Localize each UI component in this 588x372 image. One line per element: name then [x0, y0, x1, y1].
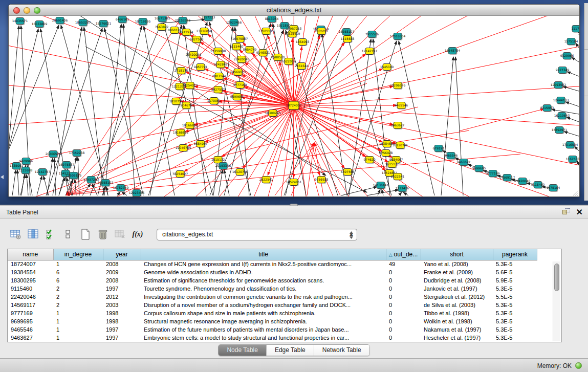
table-cell[interactable]: 0 — [386, 268, 421, 276]
table-cell[interactable]: 1997 — [103, 325, 141, 334]
table-cell[interactable]: 9115460 — [8, 285, 53, 293]
table-cell[interactable]: 1998 — [103, 309, 141, 317]
select-all-columns-button[interactable] — [27, 228, 40, 241]
delete-entries-button[interactable] — [96, 228, 110, 241]
close-window-icon[interactable] — [13, 7, 20, 14]
table-cell[interactable]: 2009 — [103, 268, 141, 276]
table-cell[interactable]: 2008 — [103, 260, 141, 268]
table-cell[interactable]: 1997 — [103, 334, 141, 342]
table-cell[interactable]: 1 — [53, 317, 103, 325]
table-cell[interactable]: 5.3E-5 — [493, 317, 537, 325]
table-cell[interactable]: Estimation of significance thresholds fo… — [141, 276, 386, 285]
zoom-window-icon[interactable] — [34, 7, 40, 14]
table-cell[interactable]: 1997 — [103, 285, 141, 293]
table-cell[interactable]: 9777169 — [8, 309, 53, 317]
table-cell[interactable]: 1998 — [103, 317, 141, 325]
graph-node[interactable]: 11170 — [571, 26, 579, 33]
table-cell[interactable]: 5.9E-5 — [493, 276, 537, 285]
table-cell[interactable]: Corpus callosum shape and size in male p… — [141, 309, 386, 317]
table-cell[interactable]: 0 — [386, 334, 421, 342]
table-cell[interactable]: 6 — [53, 276, 103, 285]
table-cell[interactable]: 2 — [53, 293, 103, 301]
tab-network-table[interactable]: Network Table — [314, 345, 369, 356]
table-scrollbar[interactable] — [553, 261, 560, 341]
delete-table-button[interactable] — [114, 228, 127, 241]
table-cell[interactable]: 5.5E-5 — [493, 293, 537, 301]
table-cell[interactable]: 9465546 — [8, 325, 53, 334]
column-visibility-button[interactable] — [44, 228, 57, 241]
table-cell[interactable]: Genome-wide association studies in ADHD. — [141, 268, 386, 276]
table-cell[interactable]: Nakamura et al. (1997) — [421, 325, 493, 334]
function-builder-button[interactable]: f(x) — [131, 228, 144, 241]
memory-ok-led[interactable] — [575, 362, 582, 369]
table-cell[interactable]: 5.3E-5 — [493, 260, 537, 268]
table-cell[interactable]: de Silva et al. (2003) — [421, 301, 493, 309]
table-row[interactable]: 946362711997Embryonic stem cells: a mode… — [8, 334, 537, 342]
table-cell[interactable]: 0 — [386, 293, 421, 301]
column-header-short[interactable]: short — [421, 249, 493, 260]
column-header-name[interactable]: name — [8, 249, 53, 260]
column-header-pagerank[interactable]: pagerank — [493, 249, 537, 260]
panel-collapse-arrow[interactable] — [1, 175, 4, 179]
table-cell[interactable]: 1 — [53, 260, 103, 268]
table-cell[interactable]: 49 — [386, 260, 421, 268]
table-row[interactable]: 911546021997Tourette syndrome. Phenomeno… — [8, 285, 537, 293]
network-window[interactable]: citations_edges.txt 14035571160338092069… — [8, 4, 580, 197]
table-cell[interactable]: Structural magnetic resonance image aver… — [141, 317, 386, 325]
table-cell[interactable]: 6 — [53, 268, 103, 276]
scrollbar-thumb[interactable] — [554, 264, 559, 291]
table-cell[interactable]: Yano et al. (2008) — [421, 260, 493, 268]
table-cell[interactable]: Dudbridge et al. (2008) — [421, 276, 493, 285]
table-cell[interactable]: Tibbo et al. (1998) — [421, 309, 493, 317]
table-cell[interactable]: 5.3E-5 — [493, 285, 537, 293]
tab-node-table[interactable]: Node Table — [219, 345, 267, 356]
table-cell[interactable]: 9463627 — [8, 334, 53, 342]
table-cell[interactable]: 14569117 — [8, 301, 53, 309]
close-panel-icon[interactable]: ✕ — [576, 208, 583, 216]
table-cell[interactable]: 2 — [53, 285, 103, 293]
table-cell[interactable]: 5.3E-5 — [493, 334, 537, 342]
table-cell[interactable]: Disruption of a novel member of a sodium… — [141, 301, 386, 309]
resize-grip-icon[interactable] — [572, 189, 579, 196]
table-cell[interactable]: Embryonic stem cells: a model to study s… — [141, 334, 386, 342]
network-canvas[interactable]: 1403557116033809206914061065328715276021… — [9, 16, 579, 196]
table-cell[interactable]: 5.3E-5 — [493, 301, 537, 309]
column-header-out_de[interactable]: △out_de... — [386, 249, 421, 260]
table-cell[interactable]: 1 — [53, 334, 103, 342]
column-header-title[interactable]: title — [141, 249, 386, 260]
table-cell[interactable]: 0 — [386, 317, 421, 325]
table-row[interactable]: 977716911998Corpus callosum shape and si… — [8, 309, 537, 317]
table-cell[interactable]: Wolkin et al. (1998) — [421, 317, 493, 325]
table-row[interactable]: 1456911722003Disruption of a novel membe… — [8, 301, 537, 309]
table-cell[interactable]: 1 — [53, 325, 103, 334]
row-format-button[interactable] — [61, 228, 75, 241]
table-cell[interactable]: Changes of HCN gene expression and I(f) … — [141, 260, 386, 268]
table-cell[interactable]: 9699695 — [8, 317, 53, 325]
network-window-titlebar[interactable]: citations_edges.txt — [9, 5, 579, 16]
table-cell[interactable]: Tourette syndrome. Phenomenology and cla… — [141, 285, 386, 293]
table-cell[interactable]: 1 — [53, 309, 103, 317]
table-cell[interactable]: 0 — [386, 285, 421, 293]
table-cell[interactable]: 22420046 — [8, 293, 53, 301]
minimize-window-icon[interactable] — [24, 7, 30, 14]
table-cell[interactable]: 19384554 — [8, 268, 53, 276]
table-cell[interactable]: Hescheler et al. (1997) — [421, 334, 493, 342]
table-cell[interactable]: 2012 — [103, 293, 141, 301]
table-cell[interactable]: 0 — [386, 301, 421, 309]
tab-edge-table[interactable]: Edge Table — [267, 345, 314, 356]
table-cell[interactable]: 2003 — [103, 301, 141, 309]
table-cell[interactable]: Jankovic et al. (1997) — [421, 285, 493, 293]
table-cell[interactable]: 0 — [386, 276, 421, 285]
table-row[interactable]: 946554611997Estimation of the future num… — [8, 325, 537, 334]
table-cell[interactable]: 18300295 — [8, 276, 53, 285]
table-cell[interactable]: 2008 — [103, 276, 141, 285]
table-cell[interactable]: Investigating the contribution of common… — [141, 293, 386, 301]
table-row[interactable]: 969969511998Structural magnetic resonanc… — [8, 317, 537, 325]
table-selector-dropdown[interactable]: citations_edges.txt ▲ — [157, 229, 357, 240]
table-cell[interactable]: Estimation of the future numbers of pati… — [141, 325, 386, 334]
table-row[interactable]: 1872400712008Changes of HCN gene express… — [8, 260, 537, 268]
float-panel-icon[interactable] — [562, 208, 570, 216]
table-cell[interactable]: Franke et al. (2009) — [421, 268, 493, 276]
table-cell[interactable]: 18724007 — [8, 260, 53, 268]
table-cell[interactable]: 5.3E-5 — [493, 325, 537, 334]
